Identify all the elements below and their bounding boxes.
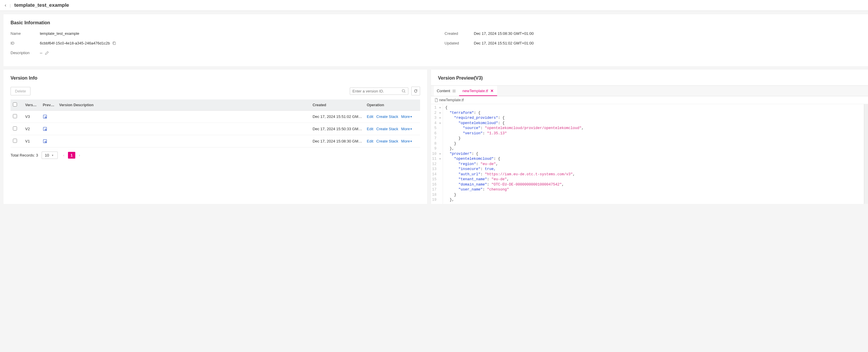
total-records: Total Records: 3	[10, 153, 38, 157]
page-header: ‹ | template_test_example	[0, 0, 868, 11]
col-version: Vers…	[23, 100, 40, 111]
create-stack-link[interactable]: Create Stack	[376, 114, 398, 119]
version-info-title: Version Info	[10, 75, 420, 81]
file-tab[interactable]: newTemplate.tf ✕	[459, 86, 497, 96]
edit-link[interactable]: Edit	[367, 114, 373, 119]
label-updated: Updated	[445, 41, 474, 45]
pagination: Total Records: 3 10 ▾ ‹ 1 ›	[10, 151, 420, 159]
document-icon	[434, 98, 438, 102]
delete-button[interactable]: Delete	[10, 87, 30, 95]
search-icon[interactable]	[402, 89, 406, 93]
row-checkbox[interactable]	[13, 127, 17, 131]
page-title: template_test_example	[14, 2, 69, 8]
col-created: Created	[310, 100, 365, 111]
chevron-down-icon: ▾	[410, 140, 412, 143]
value-description: --	[40, 50, 42, 55]
create-stack-link[interactable]: Create Stack	[376, 139, 398, 143]
chevron-down-icon: ▾	[410, 115, 412, 118]
refresh-button[interactable]	[411, 86, 420, 95]
cell-created: Dec 17, 2024 15:08:30 GM…	[310, 135, 365, 147]
cell-version: V1	[23, 135, 40, 147]
table-row: V2Dec 17, 2024 15:50:33 GM…EditCreate St…	[10, 123, 420, 135]
svg-rect-0	[113, 42, 116, 44]
label-created: Created	[445, 31, 474, 36]
preview-icon[interactable]	[43, 114, 55, 119]
version-info-panel: Version Info Delete	[3, 70, 427, 204]
cell-created: Dec 17, 2024 15:50:33 GM…	[310, 123, 365, 135]
version-preview-title: Version Preview(V3)	[431, 75, 868, 85]
preview-icon[interactable]	[43, 139, 55, 143]
more-dropdown[interactable]: More ▾	[401, 114, 412, 119]
edit-link[interactable]: Edit	[367, 127, 373, 131]
basic-info-panel: Basic Information Name template_test_exa…	[3, 14, 868, 66]
table-row: V3Dec 17, 2024 15:51:02 GM…EditCreate St…	[10, 111, 420, 123]
back-arrow-icon[interactable]: ‹	[5, 3, 6, 8]
col-operation: Operation	[365, 100, 420, 111]
select-all-checkbox[interactable]	[13, 102, 17, 106]
value-name: template_test_example	[40, 31, 79, 36]
edit-icon[interactable]	[45, 51, 49, 55]
col-desc: Version Description	[57, 100, 310, 111]
version-preview-panel: Version Preview(V3) Content newTemplate.…	[431, 70, 868, 204]
cell-version: V2	[23, 123, 40, 135]
prev-page-icon[interactable]: ‹	[61, 152, 66, 159]
svg-point-3	[45, 116, 46, 118]
table-row: V1Dec 17, 2024 15:08:30 GM…EditCreate St…	[10, 135, 420, 147]
copy-icon[interactable]	[112, 41, 116, 45]
close-tab-icon[interactable]: ✕	[490, 89, 494, 93]
svg-point-1	[402, 90, 405, 92]
content-label: Content	[434, 86, 459, 96]
create-stack-link[interactable]: Create Stack	[376, 127, 398, 131]
more-dropdown[interactable]: More ▾	[401, 139, 412, 143]
chevron-down-icon: ▾	[410, 127, 412, 131]
scrollbar[interactable]	[864, 104, 868, 204]
edit-link[interactable]: Edit	[367, 139, 373, 143]
page-number[interactable]: 1	[68, 152, 75, 159]
version-table: Vers… Prev… Version Description Created …	[10, 100, 420, 147]
svg-point-5	[45, 129, 46, 130]
cell-version: V3	[23, 111, 40, 123]
file-path-row: newTemplate.tf	[431, 96, 868, 104]
search-input[interactable]	[352, 89, 402, 93]
cell-desc	[57, 123, 310, 135]
preview-icon[interactable]	[43, 127, 55, 131]
header-divider: |	[10, 3, 10, 8]
value-updated: Dec 17, 2024 15:51:02 GMT+01:00	[474, 41, 534, 45]
value-id: 6cbbf64f-15c0-4e18-a345-246a476d1c2b	[40, 41, 110, 45]
cell-created: Dec 17, 2024 15:51:02 GM…	[310, 111, 365, 123]
chevron-down-icon: ▾	[52, 153, 53, 157]
cell-desc	[57, 111, 310, 123]
basic-info-title: Basic Information	[10, 20, 861, 26]
label-name: Name	[10, 31, 40, 36]
row-checkbox[interactable]	[13, 114, 17, 118]
row-checkbox[interactable]	[13, 139, 17, 143]
label-id: ID	[10, 41, 40, 45]
col-preview: Prev…	[40, 100, 57, 111]
cell-desc	[57, 135, 310, 147]
svg-point-7	[45, 141, 46, 142]
next-page-icon[interactable]: ›	[77, 152, 82, 159]
value-created: Dec 17, 2024 15:08:30 GMT+01:00	[474, 31, 534, 36]
page-size-select[interactable]: 10 ▾	[41, 151, 58, 159]
code-editor[interactable]: 1 ▼2 ▼3 ▼4 ▼5 6 7 8 9 10 ▼11 ▼12 13 14 1…	[431, 104, 868, 204]
label-description: Description	[10, 50, 40, 55]
list-icon[interactable]	[452, 89, 456, 93]
more-dropdown[interactable]: More ▾	[401, 127, 412, 131]
search-box[interactable]	[350, 87, 408, 95]
